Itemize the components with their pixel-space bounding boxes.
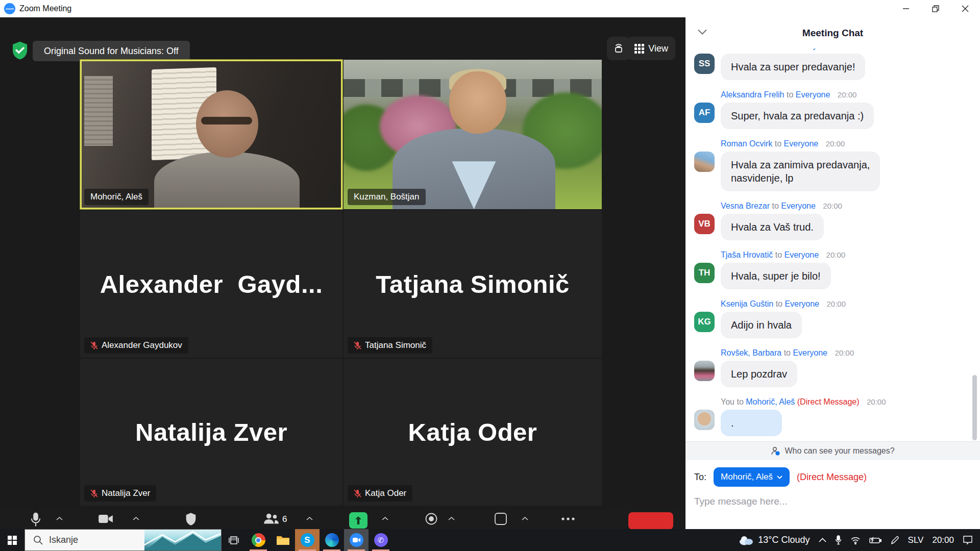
video-tile-kuzman[interactable]: Kuzman, Boštjan	[344, 60, 602, 209]
message-input[interactable]	[694, 496, 960, 507]
message-bubble: Hvala za super predavanje!	[721, 54, 865, 80]
chat-message: You to Mohorič, Aleš (Direct Message) 20…	[694, 397, 980, 436]
direct-message-label: (Direct Message)	[797, 397, 860, 406]
file-explorer-icon	[276, 535, 290, 546]
message-sender: Ksenija Guštin	[721, 299, 773, 308]
participant-nameplate: Katja Oder	[348, 485, 412, 502]
record-button[interactable]	[425, 512, 438, 525]
cloud-icon	[738, 535, 753, 545]
language-indicator[interactable]: SLV	[908, 535, 924, 545]
message-bubble: .	[721, 410, 782, 436]
start-button[interactable]	[0, 529, 24, 551]
share-options-chevron[interactable]	[382, 516, 388, 520]
message-recipient: Everyone	[793, 348, 827, 357]
taskbar-search[interactable]	[24, 529, 222, 551]
video-tile-simonic[interactable]: Tatjana Simonič Tatjana Simonič	[344, 210, 602, 358]
video-button[interactable]	[98, 512, 113, 525]
message-bubble: Hvala, super je bilo!	[721, 263, 831, 289]
message-header: Rovšek, Barbara to Everyone 20:00	[721, 348, 980, 358]
message-recipient: Everyone	[796, 48, 831, 50]
mute-options-chevron[interactable]	[56, 516, 63, 520]
more-button[interactable]	[561, 517, 575, 520]
to-label: To:	[694, 472, 706, 483]
chat-scrollbar[interactable]	[972, 375, 977, 440]
tray-wifi-icon[interactable]	[850, 536, 861, 544]
participant-big-name: Natalija Zver	[80, 359, 342, 506]
chat-panel: Meeting Chat Sabina Skomršek to Everyone…	[685, 17, 980, 529]
taskbar-zoom[interactable]	[344, 529, 369, 551]
message-recipient: Everyone	[784, 139, 819, 148]
task-view-button[interactable]	[222, 529, 246, 551]
privacy-person-icon	[771, 446, 780, 456]
reactions-options-chevron[interactable]	[522, 516, 528, 520]
view-button-label: View	[648, 43, 668, 54]
action-center-icon[interactable]	[963, 535, 973, 545]
participant-name: Katja Oder	[365, 488, 406, 498]
video-tile-gaydukov[interactable]: Alexander Gayd... Alexander Gaydukov	[80, 210, 342, 358]
meeting-info-shield-icon[interactable]	[11, 41, 29, 62]
taskbar-edge[interactable]	[320, 529, 344, 551]
clock[interactable]: 20:00	[932, 535, 954, 545]
chat-message: Aleksandra Frelih to Everyone 20:00 AF S…	[694, 90, 980, 129]
chat-message-list[interactable]: Sabina Skomršek to Everyone 19:59 SS Hva…	[685, 48, 980, 441]
participant-big-name: Katja Oder	[344, 359, 602, 506]
search-input[interactable]	[49, 535, 136, 545]
grid-view-icon	[634, 44, 644, 54]
tray-chevron-up-icon[interactable]	[819, 538, 826, 542]
record-options-chevron[interactable]	[448, 516, 455, 520]
security-button[interactable]	[185, 512, 197, 527]
video-tile-mohoric[interactable]: Mohorič, Aleš	[80, 60, 342, 209]
leave-button[interactable]	[628, 512, 673, 529]
message-time: 20:00	[826, 139, 845, 148]
participants-button[interactable]: 6	[263, 512, 287, 525]
reactions-button[interactable]	[494, 512, 507, 525]
video-tile-oder[interactable]: Katja Oder Katja Oder	[344, 359, 602, 506]
minimize-button[interactable]	[891, 0, 921, 17]
viber-icon: ✆	[374, 533, 388, 547]
message-recipient: Mohorič, Aleš	[746, 397, 795, 406]
chevron-down-icon[interactable]	[698, 28, 707, 37]
mic-muted-icon	[90, 489, 98, 498]
avatar: SS	[694, 54, 715, 74]
recipient-selector[interactable]: Mohorič, Aleš	[714, 467, 790, 487]
taskbar-explorer[interactable]	[271, 529, 295, 551]
message-sender: Tjaša Hrovatič	[721, 251, 773, 259]
participants-count: 6	[282, 514, 287, 524]
tray-battery-icon[interactable]	[869, 537, 881, 544]
mic-muted-icon	[354, 341, 361, 350]
meeting-area: Original Sound for Musicians: Off View	[0, 17, 685, 529]
view-button[interactable]: View	[627, 37, 675, 60]
taskbar-viber[interactable]: ✆	[369, 529, 393, 551]
connected-device-button[interactable]	[607, 37, 630, 60]
video-options-chevron[interactable]	[133, 516, 139, 520]
message-sender: Roman Ocvirk	[721, 139, 772, 148]
taskbar-weather[interactable]: 13°C Cloudy	[738, 535, 810, 545]
tray-pen-icon[interactable]	[890, 536, 899, 545]
message-time: 20:00	[867, 397, 886, 406]
restore-button[interactable]	[921, 0, 950, 17]
message-recipient: Everyone	[796, 90, 830, 99]
message-recipient: Everyone	[781, 202, 816, 210]
participant-nameplate: Kuzman, Boštjan	[348, 189, 426, 205]
mute-button[interactable]	[30, 512, 42, 528]
original-sound-badge[interactable]: Original Sound for Musicians: Off	[33, 41, 190, 61]
share-screen-button[interactable]	[349, 512, 368, 529]
avatar: KG	[694, 312, 715, 332]
mic-muted-icon	[354, 489, 361, 498]
who-can-see-link[interactable]: Who can see your messages?	[685, 441, 980, 460]
message-header: Sabina Skomršek to Everyone 19:59	[721, 48, 980, 51]
close-button[interactable]	[950, 0, 980, 17]
taskbar-skype[interactable]: S	[295, 529, 320, 551]
zoom-app-icon	[350, 533, 363, 547]
chat-header: Meeting Chat	[685, 17, 980, 48]
message-bubble: Lep pozdrav	[721, 361, 797, 387]
video-tile-zver[interactable]: Natalija Zver Natalija Zver	[80, 359, 342, 506]
taskbar-chrome[interactable]	[246, 529, 271, 551]
message-time: 20:00	[838, 90, 857, 99]
chrome-icon	[252, 533, 265, 547]
participant-nameplate: Mohorič, Aleš	[84, 189, 149, 205]
message-bubble: Hvala za Vaš trud.	[721, 214, 824, 240]
participants-options-chevron[interactable]	[306, 516, 313, 520]
tray-mic-icon[interactable]	[835, 535, 842, 545]
skype-icon: S	[301, 533, 314, 547]
